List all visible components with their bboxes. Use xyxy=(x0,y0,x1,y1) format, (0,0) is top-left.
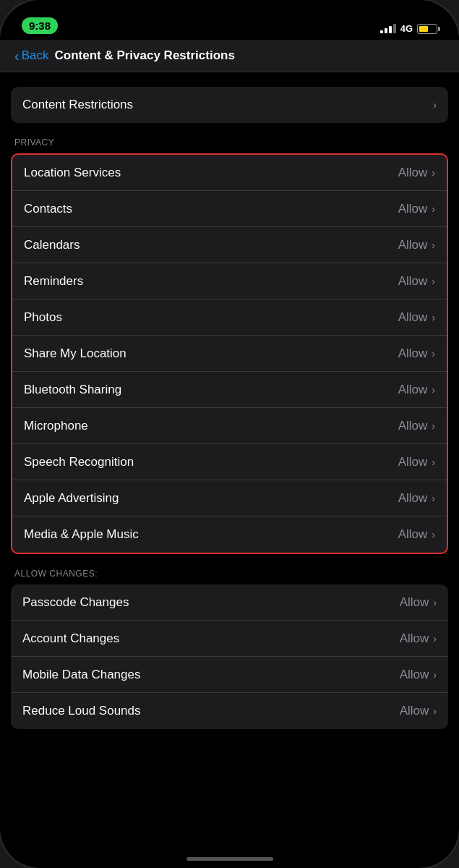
media-apple-music-right: Allow › xyxy=(398,527,435,542)
contacts-label: Contacts xyxy=(24,202,72,216)
back-chevron-icon: ‹ xyxy=(14,48,20,63)
apple-advertising-label: Apple Advertising xyxy=(24,491,119,506)
passcode-changes-item[interactable]: Passcode Changes Allow › xyxy=(11,584,448,621)
contacts-item[interactable]: Contacts Allow › xyxy=(12,191,447,227)
share-my-location-value: Allow xyxy=(398,346,428,361)
chevron-right-icon: › xyxy=(432,167,435,179)
calendars-value: Allow xyxy=(398,238,428,252)
media-apple-music-label: Media & Apple Music xyxy=(24,527,139,542)
privacy-list-group: Location Services Allow › Contacts Allow… xyxy=(11,153,448,554)
content-restrictions-group: Content Restrictions › xyxy=(11,87,448,123)
privacy-section: PRIVACY Location Services Allow › Contac… xyxy=(0,137,459,554)
contacts-right: Allow › xyxy=(398,202,435,216)
passcode-changes-right: Allow › xyxy=(400,595,437,610)
bluetooth-sharing-right: Allow › xyxy=(398,383,435,397)
back-button[interactable]: ‹ Back xyxy=(14,48,48,63)
allow-changes-list-group: Passcode Changes Allow › Account Changes… xyxy=(11,584,448,729)
status-right: 4G ⚡ xyxy=(380,23,437,34)
signal-bar-1 xyxy=(380,30,383,33)
battery-bolt-icon: ⚡ xyxy=(420,25,427,32)
microphone-right: Allow › xyxy=(398,419,435,433)
photos-label: Photos xyxy=(24,310,62,325)
back-label: Back xyxy=(22,48,49,63)
passcode-changes-label: Passcode Changes xyxy=(22,595,129,610)
calendars-item[interactable]: Calendars Allow › xyxy=(12,227,447,263)
chevron-right-icon: › xyxy=(432,456,435,468)
content-restrictions-label: Content Restrictions xyxy=(22,98,133,112)
mobile-data-changes-right: Allow › xyxy=(400,668,437,682)
speech-recognition-label: Speech Recognition xyxy=(24,455,134,469)
speech-recognition-value: Allow xyxy=(398,455,428,469)
chevron-right-icon: › xyxy=(433,705,437,717)
calendars-label: Calendars xyxy=(24,238,80,252)
signal-bars xyxy=(380,24,396,33)
content-restrictions-section: Content Restrictions › xyxy=(0,87,459,123)
passcode-changes-value: Allow xyxy=(400,595,429,610)
chevron-right-icon: › xyxy=(433,669,437,681)
chevron-right-icon: › xyxy=(432,420,435,432)
mobile-data-changes-label: Mobile Data Changes xyxy=(22,668,140,682)
bluetooth-sharing-label: Bluetooth Sharing xyxy=(24,383,121,397)
chevron-right-icon: › xyxy=(432,384,435,396)
battery-fill: ⚡ xyxy=(419,26,428,32)
content-area: Content Restrictions › PRIVACY Location … xyxy=(0,72,459,758)
photos-right: Allow › xyxy=(398,310,435,325)
nav-bar: ‹ Back Content & Privacy Restrictions xyxy=(0,40,459,72)
reminders-label: Reminders xyxy=(24,274,83,289)
reduce-loud-sounds-item[interactable]: Reduce Loud Sounds Allow › xyxy=(11,693,448,729)
phone-frame: 9:38 4G ⚡ xyxy=(0,0,459,868)
media-apple-music-value: Allow xyxy=(398,527,428,542)
microphone-item[interactable]: Microphone Allow › xyxy=(12,408,447,444)
share-my-location-item[interactable]: Share My Location Allow › xyxy=(12,336,447,372)
speech-recognition-right: Allow › xyxy=(398,455,435,469)
location-services-label: Location Services xyxy=(24,166,121,180)
bluetooth-sharing-value: Allow xyxy=(398,383,428,397)
mobile-data-changes-value: Allow xyxy=(400,668,429,682)
apple-advertising-value: Allow xyxy=(398,491,428,506)
photos-item[interactable]: Photos Allow › xyxy=(12,299,447,336)
account-changes-value: Allow xyxy=(400,631,429,646)
allow-changes-section: ALLOW CHANGES: Passcode Changes Allow › … xyxy=(0,569,459,729)
apple-advertising-right: Allow › xyxy=(398,491,435,506)
chevron-right-icon: › xyxy=(433,99,437,111)
reminders-item[interactable]: Reminders Allow › xyxy=(12,263,447,299)
location-services-item[interactable]: Location Services Allow › xyxy=(12,155,447,191)
account-changes-right: Allow › xyxy=(400,631,437,646)
reminders-value: Allow xyxy=(398,274,428,289)
bluetooth-sharing-item[interactable]: Bluetooth Sharing Allow › xyxy=(12,372,447,408)
location-services-right: Allow › xyxy=(398,166,435,180)
allow-changes-header: ALLOW CHANGES: xyxy=(0,569,459,584)
microphone-value: Allow xyxy=(398,419,428,433)
signal-bar-2 xyxy=(385,28,387,33)
speech-recognition-item[interactable]: Speech Recognition Allow › xyxy=(12,444,447,480)
chevron-right-icon: › xyxy=(433,633,437,644)
content-restrictions-right: › xyxy=(433,99,437,111)
account-changes-label: Account Changes xyxy=(22,631,119,646)
home-indicator[interactable] xyxy=(186,857,273,861)
reduce-loud-sounds-value: Allow xyxy=(400,704,429,718)
reduce-loud-sounds-label: Reduce Loud Sounds xyxy=(22,704,141,718)
apple-advertising-item[interactable]: Apple Advertising Allow › xyxy=(12,480,447,516)
location-services-value: Allow xyxy=(398,166,428,180)
privacy-section-header: PRIVACY xyxy=(0,137,459,153)
chevron-right-icon: › xyxy=(432,203,435,215)
mobile-data-changes-item[interactable]: Mobile Data Changes Allow › xyxy=(11,657,448,693)
content-restrictions-item[interactable]: Content Restrictions › xyxy=(11,87,448,123)
calendars-right: Allow › xyxy=(398,238,435,252)
notch xyxy=(172,0,288,22)
media-apple-music-item[interactable]: Media & Apple Music Allow › xyxy=(12,516,447,553)
chevron-right-icon: › xyxy=(432,529,435,540)
share-my-location-right: Allow › xyxy=(398,346,435,361)
network-label: 4G xyxy=(400,23,413,34)
chevron-right-icon: › xyxy=(432,312,435,323)
chevron-right-icon: › xyxy=(433,597,437,608)
page-title: Content & Privacy Restrictions xyxy=(54,48,445,63)
screen: 9:38 4G ⚡ xyxy=(0,0,459,868)
reminders-right: Allow › xyxy=(398,274,435,289)
battery-container: ⚡ xyxy=(417,24,437,34)
reduce-loud-sounds-right: Allow › xyxy=(400,704,437,718)
microphone-label: Microphone xyxy=(24,419,88,433)
battery-icon: ⚡ xyxy=(417,24,437,34)
account-changes-item[interactable]: Account Changes Allow › xyxy=(11,621,448,657)
contacts-value: Allow xyxy=(398,202,428,216)
